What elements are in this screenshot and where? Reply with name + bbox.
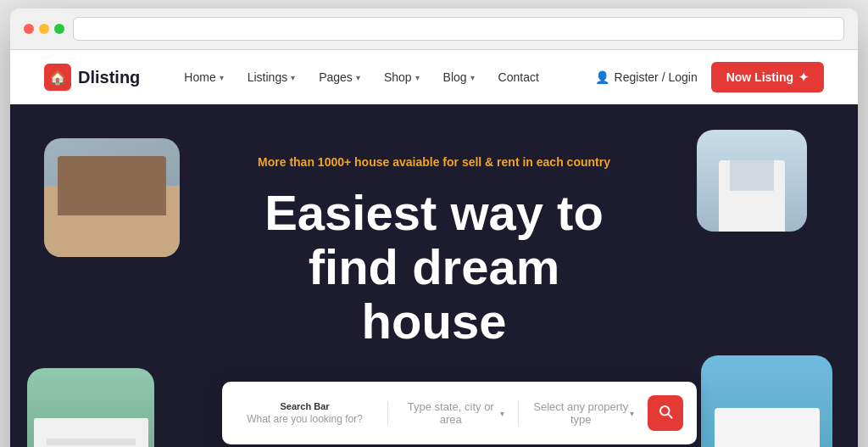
logo-icon: 🏠 — [44, 64, 71, 91]
register-login-link[interactable]: 👤 Register / Login — [595, 70, 698, 84]
subtitle-prefix: More than — [258, 155, 318, 169]
hero-title-line1: Easiest way to — [264, 185, 604, 240]
maximize-button[interactable] — [54, 24, 64, 34]
logo-text: Dlisting — [78, 68, 140, 87]
nav-item-home[interactable]: Home ▾ — [174, 64, 233, 91]
browser-chrome — [10, 8, 858, 50]
nav-blog-label: Blog — [443, 70, 467, 84]
nav-listings-label: Listings — [248, 70, 287, 84]
property-type-placeholder: Select any property type — [532, 400, 631, 426]
subtitle-suffix: house avaiable for sell & rent in each c… — [351, 155, 610, 169]
hero-image-bottom-left — [27, 368, 154, 447]
search-icon — [658, 404, 673, 423]
svg-line-1 — [668, 414, 671, 417]
hero-content: More than 1000+ house avaiable for sell … — [222, 155, 646, 444]
page: 🏠 Dlisting Home ▾ Listings ▾ Pages ▾ Sho… — [10, 50, 858, 447]
house-photo-4 — [701, 355, 832, 447]
hero-image-top-left — [44, 138, 180, 257]
chevron-down-icon: ▾ — [415, 73, 420, 82]
search-bar-placeholder: What are you looking for? — [236, 413, 374, 425]
hero-subtitle: More than 1000+ house avaiable for sell … — [222, 155, 646, 169]
plus-icon: ✦ — [798, 70, 809, 84]
location-placeholder: Type state, city or area — [402, 400, 500, 426]
search-bar-label: Search Bar — [236, 401, 374, 411]
hero-title-line3: house — [362, 293, 507, 349]
chevron-down-icon: ▾ — [356, 73, 360, 82]
close-button[interactable] — [24, 24, 34, 34]
logo[interactable]: 🏠 Dlisting — [44, 64, 140, 91]
nav-item-blog[interactable]: Blog ▾ — [433, 64, 485, 91]
chevron-down-icon: ▾ — [630, 409, 634, 418]
location-select[interactable]: Type state, city or area ▾ — [388, 400, 519, 426]
minimize-button[interactable] — [39, 24, 49, 34]
subtitle-highlight: 1000+ — [318, 155, 351, 169]
house-photo-3 — [27, 368, 154, 447]
chevron-down-icon: ▾ — [291, 73, 295, 82]
property-type-select[interactable]: Select any property type ▾ — [519, 400, 648, 426]
nav-links: Home ▾ Listings ▾ Pages ▾ Shop ▾ Blog — [174, 64, 594, 91]
hero-section: More than 1000+ house avaiable for sell … — [10, 104, 858, 447]
nav-contact-label: Contact — [498, 70, 539, 84]
chevron-down-icon: ▾ — [220, 73, 224, 82]
search-keyword-field[interactable]: Search Bar What are you looking for? — [236, 401, 388, 425]
search-button[interactable] — [648, 395, 683, 431]
nav-item-shop[interactable]: Shop ▾ — [374, 64, 430, 91]
register-login-label: Register / Login — [615, 70, 698, 84]
navbar: 🏠 Dlisting Home ▾ Listings ▾ Pages ▾ Sho… — [10, 50, 858, 104]
hero-image-bottom-right — [701, 355, 832, 447]
search-bar: Search Bar What are you looking for? Typ… — [222, 382, 697, 444]
nav-item-listings[interactable]: Listings ▾ — [237, 64, 305, 91]
traffic-lights — [24, 24, 64, 34]
browser-window: 🏠 Dlisting Home ▾ Listings ▾ Pages ▾ Sho… — [10, 8, 858, 447]
nav-home-label: Home — [184, 70, 215, 84]
new-listing-label: Now Listing — [726, 70, 793, 84]
new-listing-button[interactable]: Now Listing ✦ — [711, 62, 824, 92]
nav-shop-label: Shop — [384, 70, 412, 84]
address-bar[interactable] — [73, 17, 844, 41]
nav-item-pages[interactable]: Pages ▾ — [309, 64, 370, 91]
chevron-down-icon: ▾ — [500, 409, 504, 418]
nav-pages-label: Pages — [319, 70, 353, 84]
house-photo-1 — [44, 138, 180, 257]
chevron-down-icon: ▾ — [470, 73, 475, 82]
house-photo-2 — [697, 130, 807, 232]
hero-image-top-right — [697, 130, 807, 232]
hero-title-line2: find dream — [309, 239, 560, 294]
hero-title: Easiest way to find dream house — [222, 186, 646, 348]
nav-item-contact[interactable]: Contact — [488, 64, 549, 91]
nav-right: 👤 Register / Login Now Listing ✦ — [595, 62, 824, 92]
user-icon: 👤 — [595, 70, 609, 84]
